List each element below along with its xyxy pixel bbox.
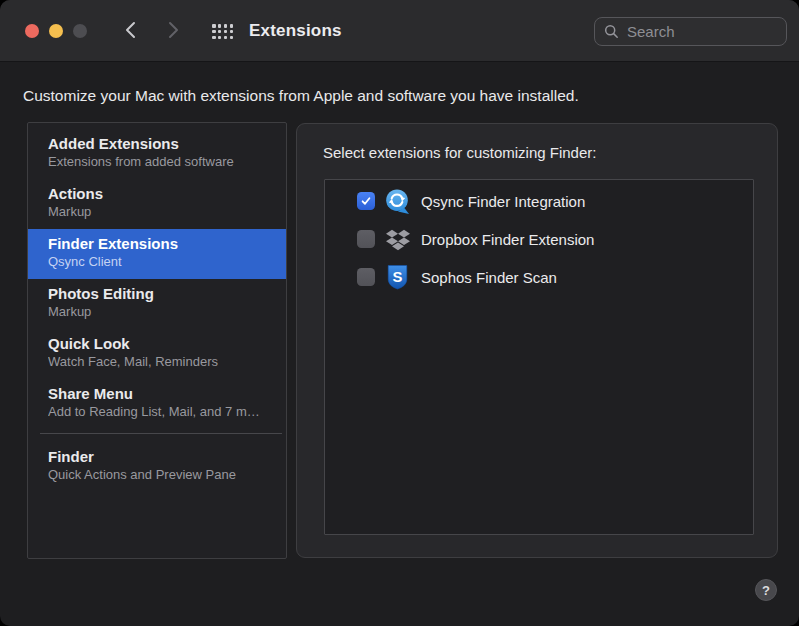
- back-button[interactable]: [118, 19, 142, 43]
- sidebar: Added Extensions Extensions from added s…: [27, 122, 287, 559]
- search-icon: [604, 24, 619, 39]
- sidebar-item-quick-look[interactable]: Quick Look Watch Face, Mail, Reminders: [28, 329, 286, 379]
- sidebar-item-actions[interactable]: Actions Markup: [28, 179, 286, 229]
- chevron-left-icon: [124, 21, 137, 42]
- sidebar-item-title: Share Menu: [48, 384, 278, 403]
- sidebar-item-title: Finder Extensions: [48, 234, 278, 253]
- extension-list: Qsync Finder Integration Dropbox Finder …: [324, 179, 754, 535]
- sidebar-item-photos-editing[interactable]: Photos Editing Markup: [28, 279, 286, 329]
- sidebar-item-finder[interactable]: Finder Quick Actions and Preview Pane: [28, 442, 286, 492]
- sidebar-item-title: Added Extensions: [48, 134, 278, 153]
- sidebar-item-subtitle: Markup: [48, 204, 278, 220]
- extension-label: Qsync Finder Integration: [421, 193, 585, 210]
- show-all-button[interactable]: [212, 24, 233, 39]
- checkbox-sophos-finder-scan[interactable]: [357, 268, 375, 286]
- dropbox-icon: [384, 226, 411, 253]
- sidebar-item-subtitle: Watch Face, Mail, Reminders: [48, 354, 278, 370]
- sidebar-item-subtitle: Add to Reading List, Mail, and 7 m…: [48, 404, 278, 420]
- sidebar-item-subtitle: Qsync Client: [48, 254, 278, 270]
- sidebar-item-share-menu[interactable]: Share Menu Add to Reading List, Mail, an…: [28, 379, 286, 429]
- search-input[interactable]: [625, 22, 777, 41]
- sidebar-item-subtitle: Extensions from added software: [48, 154, 278, 170]
- sidebar-item-title: Quick Look: [48, 334, 278, 353]
- extension-label: Sophos Finder Scan: [421, 269, 557, 286]
- svg-text:S: S: [393, 269, 403, 285]
- extension-label: Dropbox Finder Extension: [421, 231, 594, 248]
- checkmark-icon: [360, 195, 372, 207]
- sidebar-item-added-extensions[interactable]: Added Extensions Extensions from added s…: [28, 129, 286, 179]
- page-description: Customize your Mac with extensions from …: [23, 87, 579, 105]
- sidebar-item-title: Photos Editing: [48, 284, 278, 303]
- extension-row-sophos: S Sophos Finder Scan: [325, 258, 753, 296]
- qsync-icon: [384, 188, 411, 215]
- sidebar-item-subtitle: Markup: [48, 304, 278, 320]
- sidebar-item-subtitle: Quick Actions and Preview Pane: [48, 467, 278, 483]
- checkbox-dropbox-finder-extension[interactable]: [357, 230, 375, 248]
- sidebar-divider: [40, 433, 282, 434]
- panel-heading: Select extensions for customizing Finder…: [323, 144, 596, 161]
- close-button[interactable]: [25, 24, 39, 38]
- sidebar-item-title: Finder: [48, 447, 278, 466]
- sidebar-item-title: Actions: [48, 184, 278, 203]
- extension-row-qsync: Qsync Finder Integration: [325, 182, 753, 220]
- sophos-icon: S: [384, 264, 411, 291]
- extension-row-dropbox: Dropbox Finder Extension: [325, 220, 753, 258]
- sidebar-item-finder-extensions[interactable]: Finder Extensions Qsync Client: [28, 229, 286, 279]
- chevron-right-icon: [167, 21, 180, 42]
- fullscreen-button-disabled: [73, 24, 87, 38]
- extensions-panel: Select extensions for customizing Finder…: [296, 123, 778, 558]
- titlebar: Extensions: [0, 0, 799, 62]
- forward-button[interactable]: [161, 19, 185, 43]
- help-button[interactable]: ?: [755, 579, 777, 601]
- app-grid-icon: [212, 24, 233, 39]
- extensions-window: Extensions Customize your Mac with exten…: [0, 0, 799, 626]
- window-title: Extensions: [249, 0, 342, 62]
- search-field[interactable]: [594, 17, 787, 46]
- checkbox-qsync-finder-integration[interactable]: [357, 192, 375, 210]
- minimize-button[interactable]: [49, 24, 63, 38]
